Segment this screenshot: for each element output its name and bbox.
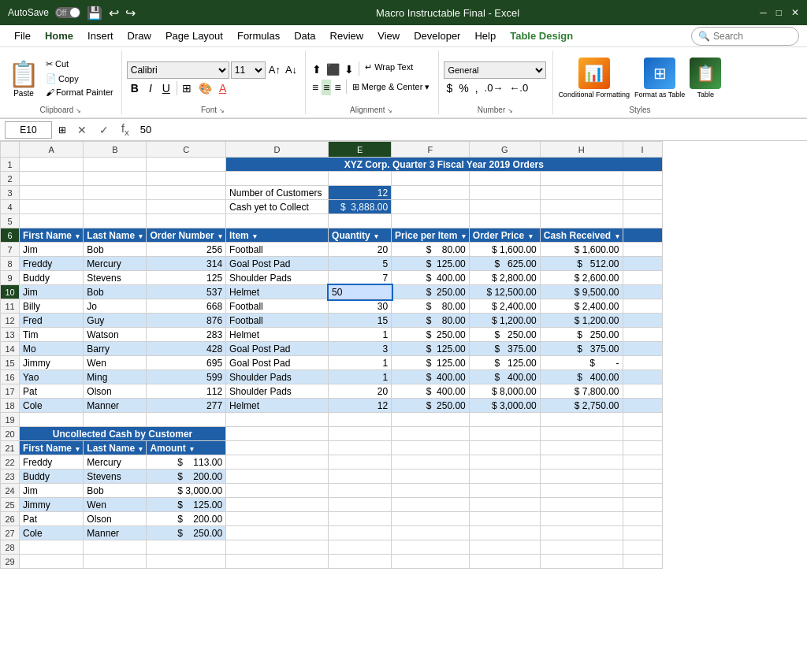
- align-center-button[interactable]: ≡: [322, 80, 331, 95]
- menu-developer[interactable]: Developer: [407, 28, 467, 43]
- col-header-i[interactable]: I: [623, 142, 662, 158]
- align-bottom-button[interactable]: ⬇: [343, 61, 355, 77]
- table-row: 26 Pat Olson $ 200.00: [1, 512, 663, 526]
- table-row: 18 Cole Manner 277 Helmet 12 $ 250.00 $ …: [1, 399, 663, 413]
- italic-button[interactable]: I: [145, 81, 156, 95]
- menu-view[interactable]: View: [371, 28, 406, 43]
- save-icon[interactable]: 💾: [87, 6, 102, 20]
- menu-review[interactable]: Review: [324, 28, 370, 43]
- formula-input[interactable]: [137, 121, 802, 139]
- cell-title[interactable]: XYZ Corp. Quarter 3 Fiscal Year 2019 Ord…: [226, 158, 662, 172]
- cell-a1[interactable]: [20, 158, 84, 172]
- col-header-b[interactable]: B: [84, 142, 147, 158]
- insert-function-button[interactable]: fx: [117, 121, 134, 139]
- col-header-f[interactable]: F: [392, 142, 470, 158]
- comma-format-button[interactable]: ,: [473, 81, 481, 95]
- row-header: 5: [1, 214, 20, 228]
- close-btn[interactable]: ✕: [791, 7, 799, 18]
- autosave-toggle[interactable]: Off: [55, 7, 80, 18]
- spreadsheet[interactable]: A B C D E F G H I 1 XYZ Corp. Quarter 3 …: [0, 141, 807, 671]
- table-row: 8 Freddy Mercury 314 Goal Post Pad 5 $ 1…: [1, 257, 663, 271]
- styles-label: Styles: [558, 106, 721, 114]
- sheet-table: A B C D E F G H I 1 XYZ Corp. Quarter 3 …: [0, 141, 663, 569]
- search-input[interactable]: [713, 31, 792, 42]
- cell-e3[interactable]: 12: [329, 186, 392, 200]
- table-row: 9 Buddy Stevens 125 Shoulder Pads 7 $ 40…: [1, 271, 663, 285]
- col-header-g[interactable]: G: [469, 142, 540, 158]
- menu-draw[interactable]: Draw: [121, 28, 158, 43]
- alignment-label: Alignment ↘: [311, 106, 432, 114]
- row-header: 20: [1, 427, 20, 441]
- copy-button[interactable]: 📄Copy: [44, 72, 115, 84]
- clipboard-label: Clipboard ↘: [6, 106, 115, 114]
- paste-button[interactable]: 📋 Paste: [6, 58, 41, 99]
- conditional-formatting-button[interactable]: 📊 Conditional Formatting: [558, 58, 630, 98]
- table-row: 17 Pat Olson 112 Shoulder Pads 20 $ 400.…: [1, 384, 663, 399]
- title-bar: AutoSave Off 💾 ↩ ↪ Macro Instructable Fi…: [0, 0, 807, 25]
- minimize-btn[interactable]: ─: [760, 7, 767, 18]
- increase-decimal-button[interactable]: .0→: [482, 81, 506, 95]
- bold-button[interactable]: B: [127, 81, 143, 95]
- font-color-button[interactable]: A: [217, 81, 229, 95]
- sub-table-title[interactable]: Uncollected Cash by Customer: [20, 427, 226, 441]
- font-size-select[interactable]: 11: [231, 61, 266, 79]
- autosave-label: AutoSave: [8, 7, 49, 18]
- redo-icon[interactable]: ↪: [125, 6, 136, 20]
- menu-help[interactable]: Help: [468, 28, 502, 43]
- row-header: 27: [1, 526, 20, 540]
- col-header-e[interactable]: E: [329, 142, 392, 158]
- table-row: 28: [1, 540, 663, 555]
- align-top-button[interactable]: ⬆: [311, 61, 323, 77]
- row-header: 25: [1, 498, 20, 512]
- wrap-text-button[interactable]: ↵ Wrap Text: [363, 61, 415, 73]
- maximize-btn[interactable]: □: [776, 7, 782, 18]
- col-header-c[interactable]: C: [147, 142, 226, 158]
- decrease-font-button[interactable]: A↓: [284, 63, 299, 76]
- cell-e4[interactable]: $ 3,888.00: [329, 200, 392, 214]
- table-row: 2: [1, 172, 663, 186]
- dollar-format-button[interactable]: $: [444, 81, 455, 95]
- align-middle-button[interactable]: ⬛: [325, 61, 341, 77]
- table-row: 22 Freddy Mercury $ 113.00: [1, 455, 663, 470]
- format-as-table-button[interactable]: ⊞ Format as Table: [634, 58, 685, 98]
- format-painter-button[interactable]: 🖌Format Painter: [44, 87, 115, 98]
- col-header-d[interactable]: D: [226, 142, 329, 158]
- table-styles-button[interactable]: 📋 Table: [690, 58, 721, 98]
- table-row: 11 Billy Jo 668 Football 30 $ 80.00 $ 2,…: [1, 299, 663, 314]
- formula-expand-icon[interactable]: ⊞: [55, 123, 69, 137]
- cell-b1[interactable]: [84, 158, 147, 172]
- merge-center-button[interactable]: ⊞ Merge & Center ▾: [350, 80, 433, 95]
- menu-page-layout[interactable]: Page Layout: [159, 28, 229, 43]
- confirm-formula-button[interactable]: ✓: [95, 122, 113, 138]
- decrease-decimal-button[interactable]: ←.0: [507, 81, 530, 95]
- underline-button[interactable]: U: [158, 81, 174, 95]
- fill-color-button[interactable]: 🎨: [196, 81, 214, 95]
- number-format-select[interactable]: General: [444, 61, 546, 79]
- menu-table-design[interactable]: Table Design: [504, 28, 579, 43]
- undo-icon[interactable]: ↩: [109, 6, 119, 20]
- menu-insert[interactable]: Insert: [81, 28, 120, 43]
- table-row: 14 Mo Barry 428 Goal Post Pad 3 $ 125.00…: [1, 342, 663, 356]
- cell-c1[interactable]: [147, 158, 226, 172]
- increase-font-button[interactable]: A↑: [267, 63, 282, 76]
- menu-data[interactable]: Data: [288, 28, 322, 43]
- menu-file[interactable]: File: [8, 28, 37, 43]
- cell-reference-input[interactable]: [5, 121, 52, 139]
- border-button[interactable]: ⊞: [180, 81, 194, 95]
- row-header: 14: [1, 342, 20, 356]
- font-name-select[interactable]: Calibri: [127, 61, 229, 79]
- clipboard-group: 📋 Paste ✂ Cut 📄Copy 🖌Format Painter Clip…: [6, 50, 122, 114]
- col-header-h[interactable]: H: [540, 142, 623, 158]
- selected-cell-e10[interactable]: 50: [329, 285, 392, 299]
- row-header: 26: [1, 512, 20, 526]
- window-controls[interactable]: ─ □ ✕: [760, 7, 799, 18]
- align-right-button[interactable]: ≡: [333, 80, 342, 95]
- cancel-formula-button[interactable]: ✕: [73, 122, 91, 138]
- col-header-a[interactable]: A: [20, 142, 84, 158]
- search-box[interactable]: 🔍: [691, 27, 799, 46]
- percent-format-button[interactable]: %: [456, 81, 470, 95]
- cut-button[interactable]: ✂ Cut: [44, 58, 115, 70]
- menu-home[interactable]: Home: [39, 28, 80, 43]
- menu-formulas[interactable]: Formulas: [231, 28, 286, 43]
- align-left-button[interactable]: ≡: [311, 80, 320, 95]
